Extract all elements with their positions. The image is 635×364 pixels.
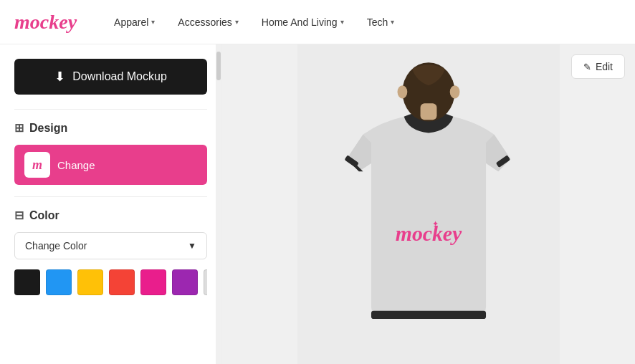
edit-button[interactable]: ✎ Edit — [571, 54, 625, 79]
color-swatch-yellow[interactable] — [77, 269, 103, 295]
tshirt-mockup-container: mockey ✦ — [222, 44, 635, 364]
color-section-header: ⊟ Color — [14, 209, 207, 222]
nav-item-home-and-living[interactable]: Home And Living ▾ — [253, 11, 353, 34]
design-icon: ⊞ — [14, 121, 24, 135]
nav-label-home-and-living: Home And Living — [262, 16, 338, 28]
nav-label-apparel: Apparel — [114, 16, 148, 28]
svg-point-9 — [450, 85, 460, 98]
sidebar: ⬇ Download Mockup ⊞ Design m Change ⊟ Co… — [0, 44, 222, 364]
change-button-label: Change — [57, 159, 95, 171]
main-content: ⬇ Download Mockup ⊞ Design m Change ⊟ Co… — [0, 44, 635, 364]
tshirt-person-svg: mockey ✦ — [222, 44, 635, 364]
header: mockey Apparel ▾ Accessories ▾ Home And … — [0, 0, 635, 44]
divider-2 — [14, 196, 207, 197]
divider-1 — [14, 109, 207, 110]
change-btn-icon-wrapper: m — [24, 152, 50, 178]
chevron-down-icon: ▾ — [391, 18, 394, 26]
nav-item-accessories[interactable]: Accessories ▾ — [169, 11, 247, 34]
color-icon: ⊟ — [14, 209, 24, 222]
download-mockup-button[interactable]: ⬇ Download Mockup — [14, 59, 207, 95]
download-button-label: Download Mockup — [72, 70, 167, 83]
preview-area: ✎ Edit — [222, 44, 635, 364]
svg-text:✦: ✦ — [432, 219, 439, 228]
color-swatch-blue[interactable] — [46, 269, 72, 295]
edit-icon: ✎ — [583, 62, 591, 72]
change-btn-logo-icon: m — [32, 158, 42, 173]
logo-text: mockey — [14, 11, 77, 34]
change-design-button[interactable]: m Change — [14, 145, 207, 185]
color-swatch-pink[interactable] — [140, 269, 166, 295]
color-swatch-purple[interactable] — [172, 269, 198, 295]
color-swatch-black[interactable] — [14, 269, 40, 295]
nav-label-accessories: Accessories — [178, 16, 231, 28]
chevron-down-icon: ▾ — [340, 18, 344, 26]
nav-item-apparel[interactable]: Apparel ▾ — [105, 11, 163, 34]
color-section-label: Color — [29, 209, 59, 222]
color-dropdown-button[interactable]: Change Color ▼ — [14, 232, 207, 259]
color-dropdown-label: Change Color — [25, 240, 87, 252]
svg-rect-3 — [371, 311, 486, 319]
color-swatch-red[interactable] — [109, 269, 135, 295]
scrollbar[interactable] — [216, 44, 221, 364]
nav-label-tech: Tech — [367, 16, 388, 28]
chevron-down-icon: ▾ — [151, 18, 155, 26]
color-swatch-partial[interactable] — [204, 269, 207, 295]
scrollbar-thumb — [216, 52, 221, 80]
chevron-down-icon: ▼ — [188, 241, 196, 251]
download-icon: ⬇ — [54, 69, 65, 85]
svg-text:mockey: mockey — [396, 222, 462, 245]
logo[interactable]: mockey — [14, 11, 77, 34]
color-swatches — [14, 269, 207, 295]
main-nav: Apparel ▾ Accessories ▾ Home And Living … — [105, 11, 403, 34]
design-section-header: ⊞ Design — [14, 121, 207, 135]
design-section-label: Design — [29, 122, 67, 135]
svg-rect-7 — [421, 103, 437, 120]
color-section: ⊟ Color Change Color ▼ — [14, 209, 207, 295]
svg-point-8 — [398, 85, 408, 98]
chevron-down-icon: ▾ — [235, 18, 239, 26]
nav-item-tech[interactable]: Tech ▾ — [358, 11, 404, 34]
edit-button-label: Edit — [596, 61, 613, 72]
